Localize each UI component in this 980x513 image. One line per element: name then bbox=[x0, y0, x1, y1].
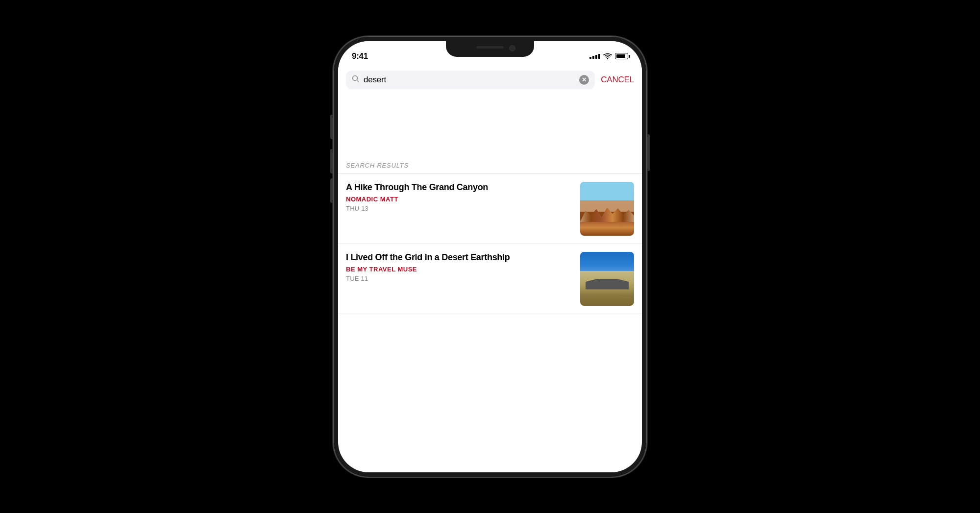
article-image bbox=[580, 182, 634, 236]
article-image bbox=[580, 252, 634, 306]
camera bbox=[509, 45, 515, 51]
results-section: SEARCH RESULTS A Hike Through The Grand … bbox=[338, 155, 642, 314]
svg-line-1 bbox=[357, 80, 359, 82]
signal-bar-4 bbox=[598, 54, 600, 59]
signal-bar-3 bbox=[595, 55, 597, 59]
wifi-icon bbox=[603, 53, 612, 60]
status-time: 9:41 bbox=[352, 51, 368, 61]
cancel-button[interactable]: CANCEL bbox=[601, 75, 634, 85]
status-icons bbox=[589, 53, 628, 60]
signal-bars-icon bbox=[589, 54, 600, 59]
article-author: NOMADIC MATT bbox=[346, 195, 572, 203]
signal-bar-1 bbox=[589, 57, 591, 59]
article-text: A Hike Through The Grand Canyon NOMADIC … bbox=[346, 182, 572, 213]
phone-device: 9:41 bbox=[333, 36, 647, 477]
results-header: SEARCH RESULTS bbox=[338, 155, 642, 174]
article-text: I Lived Off the Grid in a Desert Earthsh… bbox=[346, 252, 572, 283]
grand-canyon-image bbox=[580, 182, 634, 236]
article-date: TUE 11 bbox=[346, 275, 572, 282]
article-item[interactable]: I Lived Off the Grid in a Desert Earthsh… bbox=[338, 244, 642, 314]
phone-screen: 9:41 bbox=[338, 41, 642, 472]
battery-fill bbox=[616, 54, 625, 58]
main-content: desert ✕ CANCEL SEARCH RESULTS A Hik bbox=[338, 66, 642, 472]
clear-search-button[interactable]: ✕ bbox=[579, 75, 589, 85]
search-box[interactable]: desert ✕ bbox=[346, 71, 595, 89]
results-label: SEARCH RESULTS bbox=[346, 162, 409, 169]
article-title: A Hike Through The Grand Canyon bbox=[346, 182, 572, 193]
earthship-image bbox=[580, 252, 634, 306]
article-item[interactable]: A Hike Through The Grand Canyon NOMADIC … bbox=[338, 174, 642, 244]
notch bbox=[446, 41, 534, 57]
battery-icon bbox=[615, 53, 628, 59]
search-input[interactable]: desert bbox=[364, 75, 575, 85]
article-title: I Lived Off the Grid in a Desert Earthsh… bbox=[346, 252, 572, 263]
article-author: BE MY TRAVEL MUSE bbox=[346, 266, 572, 273]
speaker bbox=[477, 46, 504, 49]
article-date: THU 13 bbox=[346, 205, 572, 212]
spacer bbox=[338, 96, 642, 155]
search-area: desert ✕ CANCEL bbox=[338, 66, 642, 96]
signal-bar-2 bbox=[592, 56, 594, 59]
search-icon bbox=[352, 75, 360, 85]
